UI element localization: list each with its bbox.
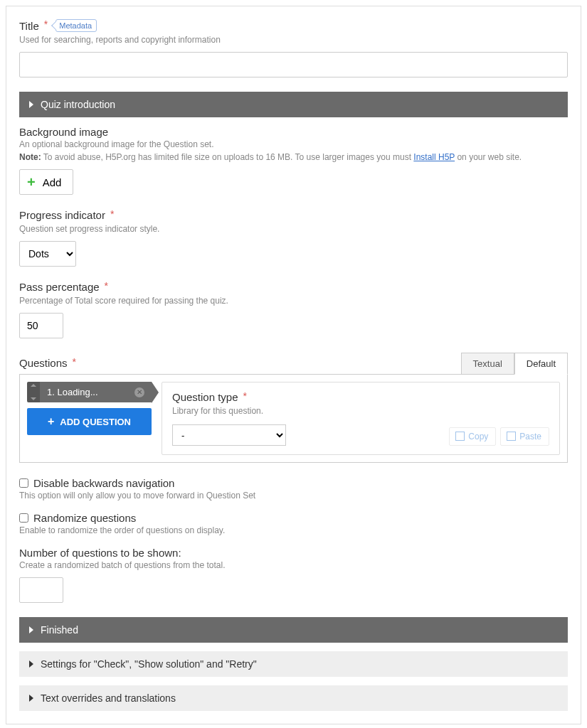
questions-tabs: Textual Default [461,353,568,375]
add-question-button[interactable]: + ADD QUESTION [27,408,152,435]
randomize-checkbox[interactable] [19,513,28,523]
question-body: Question type * Library for this questio… [162,382,560,455]
progress-label-row: Progress indicator * [19,209,568,221]
tab-textual[interactable]: Textual [461,353,514,375]
caret-right-icon [29,695,33,702]
tab-default[interactable]: Default [514,353,568,375]
questions-header: Questions * Textual Default [19,353,568,375]
qtype-label-row: Question type * [172,391,549,403]
title-label-row: Title * Metadata [19,19,568,32]
question-item-label: 1. Loading... [47,387,98,397]
randomize-group: Randomize questions Enable to randomize … [19,512,568,535]
finished-label: Finished [41,624,78,636]
install-h5p-link[interactable]: Install H5P [413,152,455,162]
question-item[interactable]: 1. Loading... ✕ [27,382,152,402]
title-field-group: Title * Metadata Used for searching, rep… [19,19,568,77]
plus-icon: + [27,175,36,189]
arrow-down-icon [31,397,36,400]
progress-desc: Question set progress indicator style. [19,223,568,235]
disable-back-checkbox[interactable] [19,478,28,488]
required-icon: * [44,18,48,30]
disable-back-label: Disable backwards navigation [33,477,174,489]
pass-label: Pass percentage [19,281,100,293]
add-image-button[interactable]: + Add [19,169,73,195]
quiz-intro-accordion[interactable]: Quiz introduction [19,92,568,117]
add-question-label: ADD QUESTION [60,417,131,427]
questions-group: Questions * Textual Default 1. Loading..… [19,353,568,463]
note-tail: on your web site. [455,152,522,162]
paste-icon [508,433,516,441]
required-icon: * [73,356,76,368]
title-label: Title [19,20,39,32]
num-shown-label: Number of questions to be shown: [19,547,568,559]
form-container: Title * Metadata Used for searching, rep… [6,6,581,724]
randomize-desc: Enable to randomize the order of questio… [19,525,568,535]
arrow-up-icon [31,384,36,387]
text-overrides-label: Text overrides and translations [41,692,176,704]
num-shown-group: Number of questions to be shown: Create … [19,547,568,603]
caret-right-icon [29,626,33,633]
questions-label-row: Questions * [19,357,76,369]
progress-group: Progress indicator * Question set progre… [19,209,568,267]
qtype-label: Question type [172,391,238,403]
add-image-label: Add [43,176,62,188]
questions-panel: 1. Loading... ✕ + ADD QUESTION Question … [19,374,568,463]
num-shown-input[interactable] [19,577,63,603]
bg-image-label: Background image [19,126,568,138]
reorder-handle[interactable] [27,382,40,402]
pass-group: Pass percentage * Percentage of Total sc… [19,281,568,338]
disable-back-desc: This option will only allow you to move … [19,491,568,500]
copy-paste-group: Copy Paste [449,427,549,446]
copy-label: Copy [468,432,488,441]
settings-check-accordion[interactable]: Settings for "Check", "Show solution" an… [19,651,568,677]
question-chip: 1. Loading... ✕ [40,382,152,402]
copy-icon [457,433,465,441]
required-icon: * [243,390,247,402]
paste-label: Paste [519,432,541,441]
pass-desc: Percentage of Total score required for p… [19,294,568,307]
plus-icon: + [48,415,54,428]
settings-check-label: Settings for "Check", "Show solution" an… [41,658,257,670]
note-label: Note: [19,152,41,162]
pass-input[interactable] [19,313,63,338]
progress-label: Progress indicator [19,209,105,221]
remove-question-icon[interactable]: ✕ [134,387,144,397]
caret-right-icon [29,660,33,668]
progress-select[interactable]: Dots [19,241,76,267]
text-overrides-accordion[interactable]: Text overrides and translations [19,685,568,711]
disable-back-group: Disable backwards navigation This option… [19,477,568,500]
disable-back-row: Disable backwards navigation [19,477,568,489]
metadata-badge[interactable]: Metadata [55,19,97,32]
questions-label: Questions [19,357,68,369]
qtype-desc: Library for this question. [172,405,549,417]
note-text: To avoid abuse, H5P.org has limited file… [41,152,414,162]
required-icon: * [105,280,108,291]
title-description: Used for searching, reports and copyrigh… [19,33,568,46]
required-icon: * [110,208,114,220]
copy-button[interactable]: Copy [449,427,496,446]
qtype-row: - Copy Paste [172,424,549,446]
randomize-row: Randomize questions [19,512,568,524]
questions-sidebar: 1. Loading... ✕ + ADD QUESTION [27,382,152,455]
randomize-label: Randomize questions [33,512,136,524]
qtype-select[interactable]: - [172,424,286,446]
bg-image-desc-text: An optional background image for the Que… [19,139,214,149]
paste-button[interactable]: Paste [500,427,549,446]
quiz-intro-label: Quiz introduction [41,99,115,110]
finished-accordion[interactable]: Finished [19,617,568,643]
title-input[interactable] [19,52,568,77]
pass-label-row: Pass percentage * [19,281,568,293]
num-shown-desc: Create a randomized batch of questions f… [19,559,568,572]
caret-right-icon [29,101,33,108]
bg-image-desc: An optional background image for the Que… [19,138,568,164]
bg-image-group: Background image An optional background … [19,126,568,195]
